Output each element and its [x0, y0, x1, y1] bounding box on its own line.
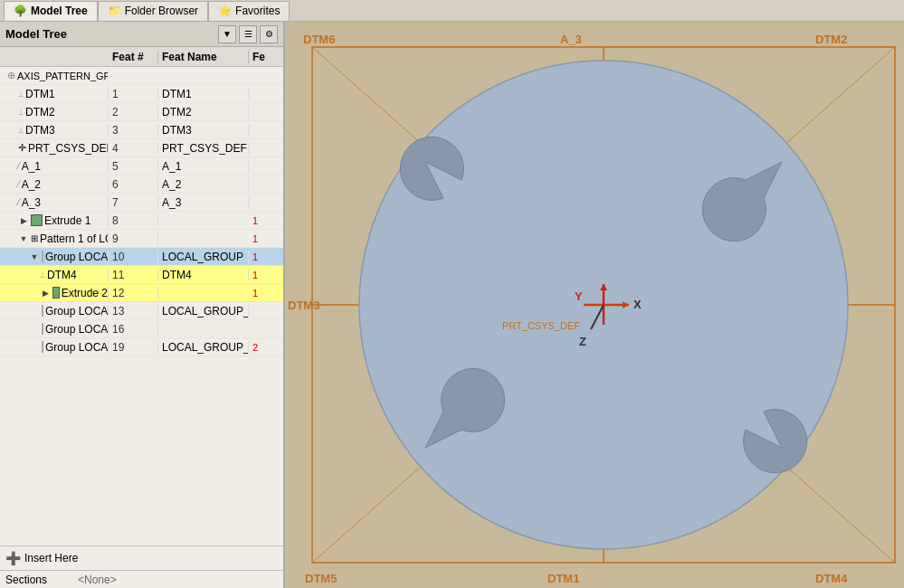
row-feat-group-local-c4: LOCAL_GROUP_3: [158, 341, 249, 354]
a1-icon: ∕: [18, 161, 20, 171]
tree-row-a3[interactable]: ∕ A_3 7 A_3: [0, 194, 283, 212]
row-feat-dtm2: DTM2: [158, 106, 249, 119]
tree-row-group-local-c2[interactable]: Group LOCAL_G 13 LOCAL_GROUP_1: [0, 302, 283, 320]
svg-text:Z: Z: [579, 335, 586, 348]
extrude1-icon: [31, 214, 43, 226]
row-extra-extrude2: 1: [249, 288, 283, 299]
tree-row-group-local-c4[interactable]: Group LOCAL_G 19 LOCAL_GROUP_3 2: [0, 338, 283, 356]
tree-area[interactable]: ⊕ AXIS_PATTERN_GRP.PR ⟂ DTM1 1 DTM1: [0, 67, 283, 545]
row-extra-pattern1: 1: [249, 233, 283, 244]
group-local-c1-text: Group LOCAL_C: [45, 251, 109, 263]
col-header-feat-name[interactable]: Feat Name: [158, 51, 249, 63]
row-feat-dtm1: DTM1: [158, 88, 249, 100]
row-num-dtm3: 3: [109, 124, 158, 137]
insert-here-label: Insert Here: [24, 552, 78, 564]
tree-row-prt-csys[interactable]: ✛ PRT_CSYS_DEF 4 PRT_CSYS_DEF: [0, 139, 283, 157]
favorites-tab-label: Favorites: [235, 5, 280, 17]
dtm3-text: DTM3: [25, 124, 55, 137]
dtm4-icon: ⟂: [40, 270, 45, 280]
dtm4-text: DTM4: [47, 269, 77, 281]
extrude1-text: Extrude 1: [44, 214, 90, 227]
tree-row-dtm1[interactable]: ⟂ DTM1 1 DTM1: [0, 85, 283, 103]
tree-row-dtm4[interactable]: ⟂ DTM4 11 DTM4 1: [0, 266, 283, 284]
tab-folder-browser[interactable]: 📁 Folder Browser: [98, 1, 208, 21]
group-local-c1-expand[interactable]: ▼: [29, 251, 40, 262]
row-feat-a2: A_2: [158, 178, 249, 191]
pattern1-icon: ⊞: [31, 233, 38, 243]
group-local-c4-expand: [29, 342, 40, 353]
dtm2-text: DTM2: [25, 106, 55, 119]
svg-text:DTM1: DTM1: [547, 572, 579, 585]
row-num-a1: 5: [109, 160, 158, 173]
axis-pattern-text: AXIS_PATTERN_GRP.PR: [17, 71, 109, 81]
model-tree-tab-label: Model Tree: [31, 5, 88, 17]
tab-favorites[interactable]: ⭐ Favorites: [208, 1, 290, 21]
group-local-c2-icon: [42, 305, 43, 317]
dtm1-icon: ⟂: [18, 89, 24, 99]
tree-row-axis-pattern[interactable]: ⊕ AXIS_PATTERN_GRP.PR: [0, 67, 283, 85]
row-feat-group-local-c2: LOCAL_GROUP_1: [158, 305, 249, 318]
dtm3-icon: ⟂: [18, 125, 24, 135]
panel-header: Model Tree ▼ ☰ ⚙: [0, 22, 283, 47]
row-label-group-local-c4: Group LOCAL_G: [0, 341, 109, 354]
insert-here-row[interactable]: ➕ Insert Here: [5, 549, 278, 567]
row-num-a3: 7: [109, 196, 158, 209]
tool-btn-settings[interactable]: ⚙: [260, 25, 278, 43]
row-label-a1: ∕ A_1: [0, 160, 109, 173]
tool-btn-dropdown[interactable]: ▼: [218, 25, 236, 43]
svg-text:DTM2: DTM2: [815, 33, 847, 46]
column-headers: Feat # Feat Name Fe: [0, 47, 283, 67]
dtm1-text: DTM1: [25, 88, 55, 100]
sections-label: Sections: [5, 574, 78, 586]
a3-icon: ∕: [18, 197, 20, 207]
row-num-extrude2: 12: [109, 287, 158, 299]
row-num-group-local-c3: 16: [109, 323, 158, 336]
tree-row-group-local-c3[interactable]: Group LOCAL_G 16: [0, 320, 283, 338]
left-panel: Model Tree ▼ ☰ ⚙ Feat # Feat Name Fe ⊕ A…: [0, 22, 285, 588]
svg-text:DTM4: DTM4: [815, 572, 848, 585]
axis-pattern-icon: ⊕: [7, 70, 15, 81]
group-local-c2-expand: [29, 306, 40, 317]
folder-browser-tab-icon: 📁: [108, 5, 121, 17]
a1-text: A_1: [22, 160, 41, 173]
row-feat-a1: A_1: [158, 160, 249, 173]
row-feat-a3: A_3: [158, 196, 249, 209]
insert-here-icon: ➕: [5, 551, 21, 565]
group-local-c3-icon: [42, 323, 43, 335]
tool-btn-list[interactable]: ☰: [239, 25, 257, 43]
row-num-group-local-c4: 19: [109, 341, 158, 354]
svg-text:X: X: [633, 298, 642, 311]
tree-row-a2[interactable]: ∕ A_2 6 A_2: [0, 175, 283, 194]
tree-row-group-local-c1[interactable]: ▼ Group LOCAL_C 10 LOCAL_GROUP 1: [0, 248, 283, 266]
tab-model-tree[interactable]: 🌳 Model Tree: [4, 1, 98, 21]
row-label-axis-pattern: ⊕ AXIS_PATTERN_GRP.PR: [0, 70, 109, 81]
tree-row-a1[interactable]: ∕ A_1 5 A_1: [0, 157, 283, 175]
row-num-dtm2: 2: [109, 106, 158, 119]
a2-text: A_2: [22, 178, 41, 191]
right-panel: 🔍 🔍 ⊡: [285, 22, 904, 588]
row-num-extrude1: 8: [109, 214, 158, 227]
extrude2-icon: [52, 287, 60, 299]
tree-row-extrude2[interactable]: ▶ Extrude 2 12 1: [0, 284, 283, 302]
row-label-dtm2: ⟂ DTM2: [0, 106, 109, 119]
row-num-pattern1: 9: [109, 232, 158, 245]
3d-drawing: X Y Z PRT_CSYS_DEF DTM6 A_3 DTM2 DTM3 DT…: [285, 22, 904, 588]
folder-browser-tab-label: Folder Browser: [125, 5, 198, 17]
pattern1-expand[interactable]: ▼: [18, 233, 29, 244]
tree-row-dtm3[interactable]: ⟂ DTM3 3 DTM3: [0, 121, 283, 139]
row-num-a2: 6: [109, 178, 158, 191]
group-local-c3-expand: [29, 324, 40, 335]
row-label-dtm4: ⟂ DTM4: [0, 269, 109, 281]
extrude2-expand[interactable]: ▶: [40, 288, 51, 299]
model-tree-tab-icon: 🌳: [14, 5, 27, 17]
row-num-prt-csys: 4: [109, 142, 158, 155]
tree-row-extrude1[interactable]: ▶ Extrude 1 8 1: [0, 212, 283, 230]
prt-csys-text: PRT_CSYS_DEF: [28, 142, 109, 155]
group-local-c4-text: Group LOCAL_G: [45, 341, 109, 354]
col-header-feat-num[interactable]: Feat #: [109, 51, 158, 63]
extrude1-expand[interactable]: ▶: [18, 215, 29, 226]
favorites-tab-icon: ⭐: [218, 5, 232, 17]
row-label-dtm3: ⟂ DTM3: [0, 124, 109, 137]
tree-row-dtm2[interactable]: ⟂ DTM2 2 DTM2: [0, 103, 283, 121]
tree-row-pattern1[interactable]: ▼ ⊞ Pattern 1 of LOCAL 9 1: [0, 230, 283, 248]
